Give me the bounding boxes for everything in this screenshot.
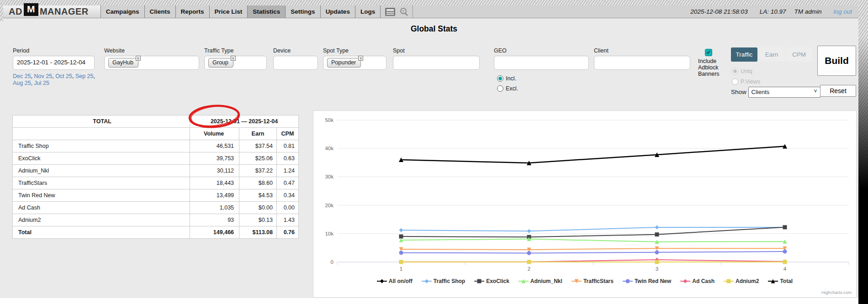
- totals-table-wrap: TOTAL 2025-12-01 — 2025-12-04VolumeEarnC…: [12, 115, 299, 239]
- show-row: Show Clients˅: [731, 87, 820, 98]
- logo-m-badge: M: [24, 3, 38, 16]
- cell-cpm: 0.63: [276, 152, 298, 165]
- y-axis-label-30k: 30k: [325, 174, 333, 179]
- calculator-icon[interactable]: [384, 7, 396, 16]
- legend-marker-adnium-nkl: [519, 278, 529, 284]
- left-stripe-band: [0, 0, 3, 21]
- website-chip[interactable]: GayHubx: [108, 58, 138, 68]
- pviews-radio[interactable]: [732, 79, 738, 85]
- remove-website-chip-icon[interactable]: x: [136, 56, 141, 61]
- cell-name: Adnium_Nkl: [13, 165, 190, 177]
- nav-tab-price-list[interactable]: Price List: [209, 5, 248, 18]
- nav-tab-settings[interactable]: Settings: [285, 5, 320, 18]
- metric-tab-traffic[interactable]: Traffic: [731, 47, 757, 62]
- uniq-radio[interactable]: [732, 68, 738, 74]
- pviews-radio-label: P.Views: [741, 79, 760, 85]
- spot-type-chip[interactable]: Popunderx: [327, 58, 361, 68]
- data-point-twin-red-new-4: [783, 249, 787, 253]
- legend-item-ad-cash[interactable]: Ad Cash: [680, 278, 715, 284]
- reset-button[interactable]: Reset: [820, 85, 856, 97]
- period-input[interactable]: 2025-12-01 - 2025-12-04: [13, 56, 95, 70]
- cell-earn: $37.54: [239, 140, 277, 152]
- table-row-adnium-nkl: Adnium_Nkl 30,112 $37.22 1.24: [13, 165, 299, 177]
- cell-name: Traffic Shop: [13, 140, 190, 152]
- adblock-checkbox[interactable]: ✔: [705, 49, 712, 56]
- nav-tab-campaigns[interactable]: Campaigns: [101, 5, 144, 18]
- website-input[interactable]: GayHubx: [104, 56, 199, 70]
- spot-type-input[interactable]: Popunderx: [323, 56, 386, 70]
- legend-item-adnium2[interactable]: Adnium2: [724, 278, 759, 284]
- legend-item-adnium-nkl[interactable]: Adnium_Nkl: [519, 278, 562, 284]
- table-row-adnium2: Adnium2 93 $0.13 1.43: [13, 214, 299, 226]
- metric-tab-cpm[interactable]: CPM: [786, 47, 812, 62]
- remove-spot-type-chip-icon[interactable]: x: [358, 56, 363, 61]
- legend-label-twin-red-new: Twin Red New: [635, 278, 671, 284]
- legend-marker-ad-cash: [680, 278, 690, 284]
- cell-name: Ad Cash: [13, 202, 190, 214]
- legend-label-trafficstars: TrafficStars: [583, 278, 614, 284]
- show-select[interactable]: Clients˅: [748, 87, 820, 98]
- quick-period-link-jul-25[interactable]: Jul 25: [34, 80, 49, 86]
- device-label: Device: [273, 47, 291, 54]
- x-axis-label-1: 1: [400, 266, 402, 272]
- nav-tab-clients[interactable]: Clients: [144, 5, 175, 18]
- table-row-twin-red-new: Twin Red New 13,499 $4.53 0.34: [13, 189, 299, 202]
- top-bar: ADMMANAGER CampaignsClientsReportsPrice …: [3, 5, 858, 18]
- search-icon[interactable]: ?: [399, 7, 409, 16]
- excl-radio[interactable]: [497, 85, 503, 92]
- legend-marker-trafficstars: [572, 278, 582, 284]
- cell-volume: 149,466: [190, 226, 239, 239]
- quick-period-link-dec-25[interactable]: Dec 25: [13, 73, 31, 79]
- legend-item-traffic-shop[interactable]: Traffic Shop: [422, 278, 465, 284]
- highcharts-credits[interactable]: Highcharts.com: [821, 290, 852, 295]
- nav-tab-statistics[interactable]: Statistics: [247, 5, 285, 18]
- quick-period-link-nov-25[interactable]: Nov 25: [34, 73, 53, 79]
- logout-link[interactable]: log out: [833, 8, 852, 15]
- y-axis-label-40k: 40k: [325, 146, 333, 151]
- col-header-volume: Volume: [190, 128, 239, 140]
- data-point-exoclick-1: [399, 235, 403, 239]
- legend-item-exoclick[interactable]: ExoClick: [474, 278, 509, 284]
- nav-tab-updates[interactable]: Updates: [320, 5, 355, 18]
- traffic-type-label: Traffic Type: [204, 47, 233, 54]
- client-input[interactable]: [594, 56, 690, 70]
- table-row-total: Total 149,466 $113.08 0.76: [13, 226, 299, 239]
- chart-legend: All on/offTraffic ShopExoClickAdnium_Nkl…: [313, 278, 856, 284]
- legend-item-total[interactable]: Total: [768, 278, 793, 284]
- device-input[interactable]: [273, 56, 318, 70]
- legend-item-trafficstars[interactable]: TrafficStars: [572, 278, 614, 284]
- quick-period-link-aug-25[interactable]: Aug 25: [13, 80, 31, 86]
- traffic-type-input[interactable]: Groupx: [204, 56, 267, 70]
- legend-item-twin-red-new[interactable]: Twin Red New: [623, 278, 671, 284]
- spot-input[interactable]: [393, 56, 480, 70]
- quick-period-link-oct-25[interactable]: Oct 25: [55, 73, 72, 79]
- remove-traffic-type-chip-icon[interactable]: x: [231, 56, 236, 61]
- geo-input[interactable]: [494, 56, 589, 70]
- page-title: Global Stats: [0, 24, 868, 34]
- nav-tab-logs[interactable]: Logs: [355, 5, 381, 18]
- stats-table: TOTAL 2025-12-01 — 2025-12-04VolumeEarnC…: [12, 115, 299, 239]
- show-label: Show: [731, 89, 746, 95]
- cell-earn: $4.53: [239, 189, 277, 202]
- y-axis-label-50k: 50k: [325, 117, 333, 123]
- build-button[interactable]: Build: [817, 46, 856, 76]
- table-row-exoclick: ExoClick 39,753 $25.06 0.63: [13, 152, 299, 165]
- cell-name: Total: [13, 226, 190, 239]
- right-stripe-band: [858, 0, 868, 304]
- quick-period-link-sep-25[interactable]: Sep 25: [75, 73, 94, 79]
- x-axis-label-2: 2: [528, 266, 530, 272]
- incl-radio[interactable]: [497, 75, 503, 82]
- current-user: TM admin: [794, 8, 821, 15]
- cell-cpm: 0.81: [276, 140, 298, 152]
- metric-tab-earn[interactable]: Earn: [758, 47, 785, 62]
- traffic-type-chip[interactable]: Groupx: [208, 58, 233, 68]
- nav-tab-reports[interactable]: Reports: [175, 5, 209, 18]
- cell-name: TrafficStars: [13, 177, 190, 189]
- cell-cpm: 0.47: [276, 177, 298, 189]
- legend-label-total: Total: [780, 278, 793, 284]
- cell-cpm: 1.43: [276, 214, 298, 226]
- legend-item-all-on-off[interactable]: All on/off: [377, 278, 413, 284]
- y-axis-label-20k: 20k: [325, 203, 333, 208]
- cell-volume: 46,531: [190, 140, 239, 152]
- traffic-line-chart: 010k20k30k40k50k1234: [313, 111, 856, 297]
